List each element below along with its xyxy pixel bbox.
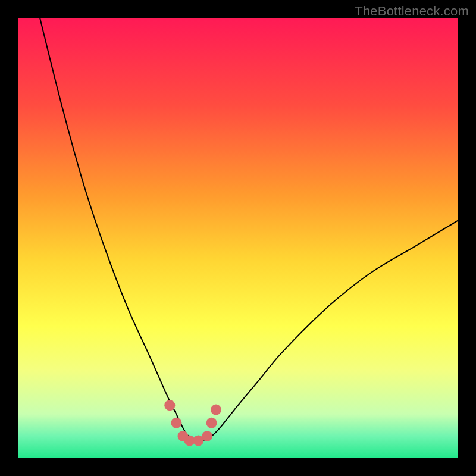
highlight-marker — [202, 431, 212, 441]
highlight-marker — [206, 418, 217, 428]
highlight-marker — [171, 418, 181, 428]
watermark-text: TheBottleneck.com — [355, 4, 469, 19]
highlight-markers — [164, 400, 221, 446]
bottleneck-curve — [40, 18, 458, 441]
highlight-marker — [211, 405, 221, 415]
chart-plot-area — [18, 18, 458, 458]
highlight-marker — [164, 400, 175, 411]
chart-curve-layer — [18, 18, 458, 458]
